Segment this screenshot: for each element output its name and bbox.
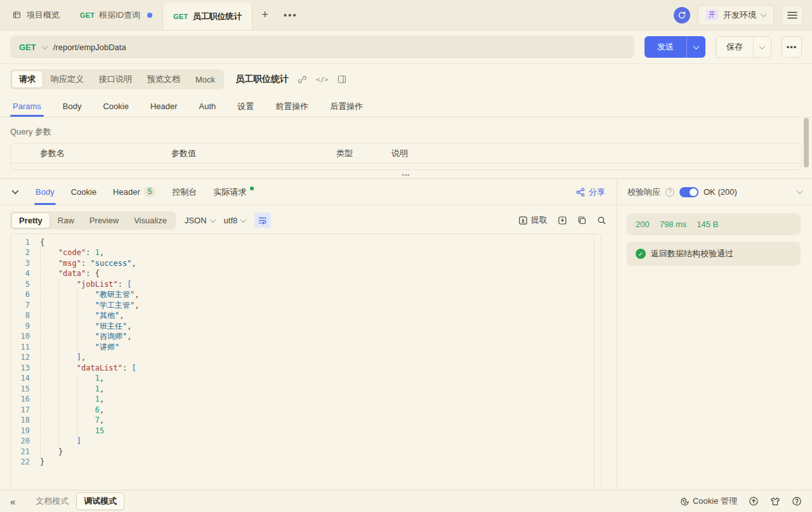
code-line[interactable]: 176,: [11, 405, 601, 416]
tab-project-overview[interactable]: 项目概览: [3, 0, 70, 30]
tab-params[interactable]: Params: [13, 96, 41, 117]
tab-post-ops[interactable]: 后置操作: [330, 96, 363, 117]
method-select[interactable]: GET: [19, 43, 36, 52]
copy-button[interactable]: [577, 216, 587, 225]
collapse-sidebar-icon[interactable]: «: [10, 496, 15, 507]
code-line[interactable]: 12],: [11, 352, 601, 363]
line-number: 17: [11, 405, 40, 416]
code-token: 1: [95, 374, 100, 383]
line-content: ],: [40, 352, 601, 363]
line-number: 8: [11, 310, 40, 321]
view-preview[interactable]: Preview: [82, 213, 126, 228]
footer-bar: « 文档模式 调试模式 Cookie 管理: [0, 490, 812, 512]
tab-overflow-button[interactable]: •••: [277, 0, 304, 30]
resp-tab-actual-request[interactable]: 实际请求: [213, 179, 254, 205]
code-line[interactable]: 11"讲师": [11, 342, 601, 353]
search-button[interactable]: [597, 216, 606, 225]
tab-body[interactable]: Body: [63, 96, 82, 117]
sync-button[interactable]: [674, 7, 690, 23]
request-more-button[interactable]: •••: [782, 36, 802, 58]
cookie-manager-button[interactable]: Cookie 管理: [680, 496, 737, 507]
resp-tab-header[interactable]: Header 5: [113, 179, 155, 205]
tab-pre-ops[interactable]: 前置操作: [275, 96, 308, 117]
copy-link-icon[interactable]: [298, 75, 307, 84]
tab-mock[interactable]: Mock: [188, 72, 223, 88]
code-line[interactable]: 1{: [11, 237, 601, 247]
chevron-down-icon[interactable]: [797, 188, 803, 194]
empty-table-row[interactable]: [11, 164, 801, 169]
tab-header[interactable]: Header: [150, 96, 178, 117]
indent-guide: [77, 405, 95, 415]
line-number: 2: [11, 247, 40, 258]
code-line[interactable]: 20]: [11, 436, 601, 447]
layout-panel-icon[interactable]: [337, 75, 346, 84]
doc-mode-button[interactable]: 文档模式: [28, 492, 76, 510]
share-button[interactable]: 分享: [576, 187, 605, 198]
overview-grid-icon: [13, 10, 22, 20]
tab-preview-doc[interactable]: 预览文档: [140, 70, 188, 88]
code-editor[interactable]: 1{2"code": 1,3"msg": "success",4"data": …: [10, 233, 601, 492]
word-wrap-button[interactable]: [254, 213, 271, 228]
status-code: 200: [636, 220, 650, 229]
url-field[interactable]: GET /report/empJobData: [10, 36, 634, 58]
help-button[interactable]: [792, 496, 802, 506]
new-tab-button[interactable]: +: [252, 0, 277, 30]
resp-tab-body[interactable]: Body: [36, 179, 55, 205]
save-options-button[interactable]: [753, 37, 771, 57]
code-line[interactable]: 2"code": 1,: [11, 247, 601, 258]
tab-cookie[interactable]: Cookie: [103, 96, 128, 117]
panel-splitter-handle[interactable]: •••: [0, 170, 812, 179]
tab-emp-job-stats[interactable]: GET 员工职位统计: [162, 3, 252, 30]
view-visualize[interactable]: Visualize: [126, 213, 174, 228]
theme-button[interactable]: [770, 497, 780, 506]
upgrade-button[interactable]: [749, 496, 759, 506]
tab-auth[interactable]: Auth: [199, 96, 216, 117]
menu-button[interactable]: [782, 5, 803, 25]
indent-guide: [40, 363, 58, 373]
request-url[interactable]: /report/empJobData: [53, 43, 126, 52]
code-line[interactable]: 151,: [11, 384, 601, 395]
collapse-response-icon[interactable]: [11, 190, 19, 195]
code-line[interactable]: 9"班主任",: [11, 321, 601, 332]
code-line[interactable]: 6"教研主管",: [11, 289, 601, 300]
code-line[interactable]: 187,: [11, 415, 601, 426]
help-icon[interactable]: ?: [665, 188, 674, 197]
code-line[interactable]: 22}: [11, 457, 601, 467]
resp-tab-console[interactable]: 控制台: [172, 179, 197, 205]
debug-mode-button[interactable]: 调试模式: [76, 492, 124, 510]
tab-api-doc[interactable]: 接口说明: [91, 70, 140, 88]
download-button[interactable]: [558, 216, 567, 225]
send-button[interactable]: 发送: [645, 36, 705, 58]
tab-request[interactable]: 请求: [11, 70, 43, 88]
validate-response-toggle[interactable]: [679, 187, 698, 197]
response-tabs-row: Body Cookie Header 5 控制台 实际请求 分享: [0, 179, 617, 206]
code-line[interactable]: 5"jobList": [: [11, 279, 601, 290]
code-line[interactable]: 161,: [11, 394, 601, 405]
code-line[interactable]: 13"dataList": [: [11, 363, 601, 374]
generate-code-icon[interactable]: </>: [316, 75, 329, 84]
code-line[interactable]: 1915: [11, 426, 601, 437]
code-line[interactable]: 7"学工主管",: [11, 300, 601, 311]
code-line[interactable]: 10"咨询师",: [11, 331, 601, 342]
view-pretty[interactable]: Pretty: [11, 213, 50, 228]
send-options-button[interactable]: [686, 36, 705, 58]
code-line[interactable]: 4"data": {: [11, 268, 601, 279]
extract-button[interactable]: 提取: [518, 214, 547, 226]
scrollbar-thumb[interactable]: [804, 118, 809, 167]
tab-settings[interactable]: 设置: [237, 96, 254, 117]
line-content: "jobList": [: [40, 279, 601, 290]
view-raw[interactable]: Raw: [50, 213, 82, 228]
indent-guide: [58, 321, 77, 331]
resp-tab-cookie[interactable]: Cookie: [71, 179, 96, 205]
tab-response-def[interactable]: 响应定义: [43, 70, 91, 88]
code-line[interactable]: 21}: [11, 447, 601, 457]
save-button[interactable]: 保存: [716, 36, 771, 58]
tab-query-by-id[interactable]: GET 根据ID查询: [70, 0, 162, 30]
format-select[interactable]: JSON: [185, 216, 215, 225]
code-line[interactable]: 8"其他",: [11, 310, 601, 321]
environment-selector[interactable]: 开 开发环境: [698, 5, 774, 25]
indent-guide: [40, 279, 58, 289]
encoding-select[interactable]: utf8: [224, 216, 246, 225]
code-line[interactable]: 3"msg": "success",: [11, 258, 601, 269]
code-line[interactable]: 141,: [11, 373, 601, 384]
